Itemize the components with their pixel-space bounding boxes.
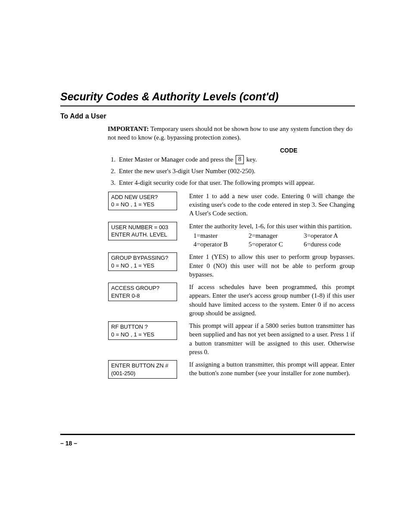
table-row: ENTER BUTTON ZN # (001-250) If assigning…: [108, 360, 355, 382]
lcd-line: ENTER BUTTON ZN #: [111, 362, 174, 370]
auth-level: 6=duress code: [304, 240, 355, 249]
lcd-cell: RF BUTTON ? 0 = NO , 1 = YES: [108, 321, 189, 360]
auth-level: 5=operator C: [249, 240, 299, 249]
body-column: IMPORTANT: Temporary users should not be…: [108, 124, 355, 187]
lcd-line: 0 = NO , 1 = YES: [111, 201, 174, 208]
lcd-line: GROUP BYPASSING?: [111, 254, 174, 262]
auth-level: 3=operator A: [304, 231, 355, 240]
important-note: IMPORTANT: Temporary users should not be…: [108, 124, 355, 142]
key-icon: 8: [236, 155, 244, 164]
lcd-display: ENTER BUTTON ZN # (001-250): [108, 360, 177, 379]
important-label: IMPORTANT:: [108, 125, 149, 132]
lcd-cell: GROUP BYPASSING? 0 = NO , 1 = YES: [108, 252, 189, 282]
lcd-line: 0 = NO , 1 = YES: [111, 331, 174, 339]
desc-cell: Enter 1 to add a new user code. Entering…: [189, 191, 355, 221]
step-item: Enter 4-digit security code for that use…: [117, 178, 355, 187]
lcd-display: USER NUMBER = 003 ENTER AUTH. LEVEL: [108, 222, 177, 240]
lcd-line: USER NUMBER = 003: [111, 224, 174, 231]
page-number: – 18 –: [60, 440, 77, 447]
auth-level: 2=manager: [249, 231, 299, 240]
lcd-cell: ACCESS GROUP? ENTER 0-8: [108, 282, 189, 321]
prompt-table: ADD NEW USER? 0 = NO , 1 = YES Enter 1 t…: [108, 191, 355, 382]
table-row: ACCESS GROUP? ENTER 0-8 If access schedu…: [108, 282, 355, 321]
desc-text: Enter the authority level, 1-6, for this…: [189, 222, 355, 230]
lcd-cell: USER NUMBER = 003 ENTER AUTH. LEVEL: [108, 221, 189, 252]
lcd-display: RF BUTTON ? 0 = NO , 1 = YES: [108, 321, 177, 340]
lcd-line: ACCESS GROUP?: [111, 284, 174, 292]
auth-level: 4=operator B: [193, 240, 244, 249]
lcd-line: (001-250): [111, 370, 174, 377]
page-title: Security Codes & Authority Levels (cont'…: [60, 90, 355, 106]
table-row: ADD NEW USER? 0 = NO , 1 = YES Enter 1 t…: [108, 191, 355, 221]
step-item: Enter the new user's 3-digit User Number…: [117, 167, 355, 175]
page: Security Codes & Authority Levels (cont'…: [0, 0, 411, 532]
auth-level: 1=master: [193, 231, 244, 240]
lcd-display: ADD NEW USER? 0 = NO , 1 = YES: [108, 192, 177, 210]
lcd-cell: ADD NEW USER? 0 = NO , 1 = YES: [108, 191, 189, 221]
code-label: CODE: [280, 146, 355, 155]
table-row: GROUP BYPASSING? 0 = NO , 1 = YES Enter …: [108, 252, 355, 282]
lcd-display: ACCESS GROUP? ENTER 0-8: [108, 283, 177, 301]
steps-list: Enter Master or Manager code and press t…: [108, 155, 355, 187]
desc-cell: This prompt will appear if a 5800 series…: [189, 321, 355, 360]
step-text-after: key.: [246, 156, 257, 163]
desc-cell: If access schedules have been programmed…: [189, 282, 355, 321]
step-text: Enter Master or Manager code and press t…: [119, 156, 233, 163]
desc-cell: If assigning a button transmitter, this …: [189, 360, 355, 382]
lcd-line: ENTER 0-8: [111, 292, 174, 300]
table-row: USER NUMBER = 003 ENTER AUTH. LEVEL Ente…: [108, 221, 355, 252]
section-heading: To Add a User: [60, 112, 355, 120]
desc-cell: Enter the authority level, 1-6, for this…: [189, 221, 355, 252]
auth-level-grid: 1=master 2=manager 3=operator A 4=operat…: [193, 231, 355, 249]
lcd-line: RF BUTTON ?: [111, 323, 174, 331]
footer-rule: [60, 434, 355, 435]
lcd-line: ENTER AUTH. LEVEL: [111, 231, 174, 239]
desc-cell: Enter 1 (YES) to allow this user to perf…: [189, 252, 355, 282]
lcd-line: 0 = NO , 1 = YES: [111, 262, 174, 270]
lcd-line: ADD NEW USER?: [111, 193, 174, 201]
step-item: Enter Master or Manager code and press t…: [117, 155, 355, 164]
table-row: RF BUTTON ? 0 = NO , 1 = YES This prompt…: [108, 321, 355, 360]
prompt-table-wrap: ADD NEW USER? 0 = NO , 1 = YES Enter 1 t…: [108, 191, 355, 382]
lcd-cell: ENTER BUTTON ZN # (001-250): [108, 360, 189, 382]
lcd-display: GROUP BYPASSING? 0 = NO , 1 = YES: [108, 252, 177, 271]
